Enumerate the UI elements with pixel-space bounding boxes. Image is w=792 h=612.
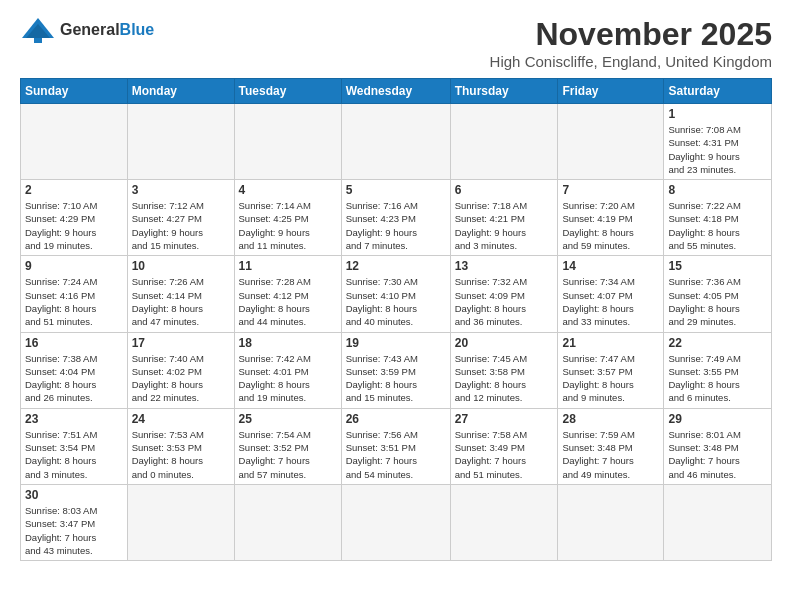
- calendar-week-3: 16Sunrise: 7:38 AM Sunset: 4:04 PM Dayli…: [21, 332, 772, 408]
- calendar-cell: [341, 104, 450, 180]
- day-info: Sunrise: 7:53 AM Sunset: 3:53 PM Dayligh…: [132, 428, 230, 481]
- calendar-cell: 3Sunrise: 7:12 AM Sunset: 4:27 PM Daylig…: [127, 180, 234, 256]
- page: GeneralBlue November 2025 High Conisclif…: [0, 0, 792, 571]
- day-number: 5: [346, 183, 446, 197]
- day-number: 28: [562, 412, 659, 426]
- svg-rect-2: [34, 38, 42, 43]
- calendar-cell: 26Sunrise: 7:56 AM Sunset: 3:51 PM Dayli…: [341, 408, 450, 484]
- calendar-cell: 8Sunrise: 7:22 AM Sunset: 4:18 PM Daylig…: [664, 180, 772, 256]
- day-info: Sunrise: 7:51 AM Sunset: 3:54 PM Dayligh…: [25, 428, 123, 481]
- day-info: Sunrise: 7:47 AM Sunset: 3:57 PM Dayligh…: [562, 352, 659, 405]
- weekday-header-saturday: Saturday: [664, 79, 772, 104]
- location: High Coniscliffe, England, United Kingdo…: [490, 53, 772, 70]
- day-info: Sunrise: 7:36 AM Sunset: 4:05 PM Dayligh…: [668, 275, 767, 328]
- calendar-cell: [127, 484, 234, 560]
- day-info: Sunrise: 7:45 AM Sunset: 3:58 PM Dayligh…: [455, 352, 554, 405]
- calendar-cell: 27Sunrise: 7:58 AM Sunset: 3:49 PM Dayli…: [450, 408, 558, 484]
- day-number: 12: [346, 259, 446, 273]
- day-info: Sunrise: 7:43 AM Sunset: 3:59 PM Dayligh…: [346, 352, 446, 405]
- calendar-cell: [234, 104, 341, 180]
- weekday-header-wednesday: Wednesday: [341, 79, 450, 104]
- day-number: 2: [25, 183, 123, 197]
- day-info: Sunrise: 7:10 AM Sunset: 4:29 PM Dayligh…: [25, 199, 123, 252]
- day-info: Sunrise: 7:42 AM Sunset: 4:01 PM Dayligh…: [239, 352, 337, 405]
- calendar-cell: 12Sunrise: 7:30 AM Sunset: 4:10 PM Dayli…: [341, 256, 450, 332]
- calendar-cell: 25Sunrise: 7:54 AM Sunset: 3:52 PM Dayli…: [234, 408, 341, 484]
- day-number: 16: [25, 336, 123, 350]
- calendar-cell: 11Sunrise: 7:28 AM Sunset: 4:12 PM Dayli…: [234, 256, 341, 332]
- calendar-cell: 18Sunrise: 7:42 AM Sunset: 4:01 PM Dayli…: [234, 332, 341, 408]
- logo: GeneralBlue: [20, 16, 154, 44]
- calendar-cell: 16Sunrise: 7:38 AM Sunset: 4:04 PM Dayli…: [21, 332, 128, 408]
- calendar-body: 1Sunrise: 7:08 AM Sunset: 4:31 PM Daylig…: [21, 104, 772, 561]
- calendar-cell: 19Sunrise: 7:43 AM Sunset: 3:59 PM Dayli…: [341, 332, 450, 408]
- calendar-cell: 15Sunrise: 7:36 AM Sunset: 4:05 PM Dayli…: [664, 256, 772, 332]
- day-info: Sunrise: 7:40 AM Sunset: 4:02 PM Dayligh…: [132, 352, 230, 405]
- day-number: 27: [455, 412, 554, 426]
- weekday-header-monday: Monday: [127, 79, 234, 104]
- day-info: Sunrise: 7:59 AM Sunset: 3:48 PM Dayligh…: [562, 428, 659, 481]
- day-number: 7: [562, 183, 659, 197]
- calendar-week-2: 9Sunrise: 7:24 AM Sunset: 4:16 PM Daylig…: [21, 256, 772, 332]
- calendar-cell: 20Sunrise: 7:45 AM Sunset: 3:58 PM Dayli…: [450, 332, 558, 408]
- calendar-cell: 7Sunrise: 7:20 AM Sunset: 4:19 PM Daylig…: [558, 180, 664, 256]
- day-info: Sunrise: 7:08 AM Sunset: 4:31 PM Dayligh…: [668, 123, 767, 176]
- calendar-week-0: 1Sunrise: 7:08 AM Sunset: 4:31 PM Daylig…: [21, 104, 772, 180]
- day-number: 21: [562, 336, 659, 350]
- calendar-cell: [450, 104, 558, 180]
- calendar-cell: 2Sunrise: 7:10 AM Sunset: 4:29 PM Daylig…: [21, 180, 128, 256]
- day-info: Sunrise: 7:14 AM Sunset: 4:25 PM Dayligh…: [239, 199, 337, 252]
- day-number: 14: [562, 259, 659, 273]
- day-number: 8: [668, 183, 767, 197]
- calendar-week-4: 23Sunrise: 7:51 AM Sunset: 3:54 PM Dayli…: [21, 408, 772, 484]
- day-info: Sunrise: 7:32 AM Sunset: 4:09 PM Dayligh…: [455, 275, 554, 328]
- calendar-header: SundayMondayTuesdayWednesdayThursdayFrid…: [21, 79, 772, 104]
- calendar-cell: 29Sunrise: 8:01 AM Sunset: 3:48 PM Dayli…: [664, 408, 772, 484]
- calendar-cell: [127, 104, 234, 180]
- day-number: 26: [346, 412, 446, 426]
- calendar-week-1: 2Sunrise: 7:10 AM Sunset: 4:29 PM Daylig…: [21, 180, 772, 256]
- logo-blue: Blue: [120, 21, 155, 38]
- day-info: Sunrise: 7:16 AM Sunset: 4:23 PM Dayligh…: [346, 199, 446, 252]
- day-number: 13: [455, 259, 554, 273]
- calendar-cell: 9Sunrise: 7:24 AM Sunset: 4:16 PM Daylig…: [21, 256, 128, 332]
- calendar-cell: 5Sunrise: 7:16 AM Sunset: 4:23 PM Daylig…: [341, 180, 450, 256]
- logo-general: General: [60, 21, 120, 38]
- calendar-cell: 21Sunrise: 7:47 AM Sunset: 3:57 PM Dayli…: [558, 332, 664, 408]
- day-info: Sunrise: 7:28 AM Sunset: 4:12 PM Dayligh…: [239, 275, 337, 328]
- day-info: Sunrise: 7:22 AM Sunset: 4:18 PM Dayligh…: [668, 199, 767, 252]
- day-number: 20: [455, 336, 554, 350]
- day-number: 22: [668, 336, 767, 350]
- calendar-cell: 1Sunrise: 7:08 AM Sunset: 4:31 PM Daylig…: [664, 104, 772, 180]
- header: GeneralBlue November 2025 High Conisclif…: [20, 16, 772, 70]
- calendar-cell: 28Sunrise: 7:59 AM Sunset: 3:48 PM Dayli…: [558, 408, 664, 484]
- calendar: SundayMondayTuesdayWednesdayThursdayFrid…: [20, 78, 772, 561]
- calendar-cell: 23Sunrise: 7:51 AM Sunset: 3:54 PM Dayli…: [21, 408, 128, 484]
- calendar-cell: 24Sunrise: 7:53 AM Sunset: 3:53 PM Dayli…: [127, 408, 234, 484]
- day-number: 3: [132, 183, 230, 197]
- calendar-cell: 17Sunrise: 7:40 AM Sunset: 4:02 PM Dayli…: [127, 332, 234, 408]
- day-number: 11: [239, 259, 337, 273]
- day-info: Sunrise: 7:49 AM Sunset: 3:55 PM Dayligh…: [668, 352, 767, 405]
- weekday-header-thursday: Thursday: [450, 79, 558, 104]
- day-number: 9: [25, 259, 123, 273]
- day-number: 6: [455, 183, 554, 197]
- calendar-cell: [558, 484, 664, 560]
- weekday-row: SundayMondayTuesdayWednesdayThursdayFrid…: [21, 79, 772, 104]
- logo-icon: [20, 16, 56, 44]
- month-title: November 2025: [490, 16, 772, 53]
- day-number: 19: [346, 336, 446, 350]
- calendar-cell: [450, 484, 558, 560]
- day-info: Sunrise: 7:20 AM Sunset: 4:19 PM Dayligh…: [562, 199, 659, 252]
- day-info: Sunrise: 7:18 AM Sunset: 4:21 PM Dayligh…: [455, 199, 554, 252]
- weekday-header-sunday: Sunday: [21, 79, 128, 104]
- day-info: Sunrise: 7:26 AM Sunset: 4:14 PM Dayligh…: [132, 275, 230, 328]
- calendar-cell: 30Sunrise: 8:03 AM Sunset: 3:47 PM Dayli…: [21, 484, 128, 560]
- day-number: 29: [668, 412, 767, 426]
- day-number: 4: [239, 183, 337, 197]
- weekday-header-friday: Friday: [558, 79, 664, 104]
- calendar-cell: 6Sunrise: 7:18 AM Sunset: 4:21 PM Daylig…: [450, 180, 558, 256]
- day-number: 17: [132, 336, 230, 350]
- calendar-week-5: 30Sunrise: 8:03 AM Sunset: 3:47 PM Dayli…: [21, 484, 772, 560]
- calendar-cell: 14Sunrise: 7:34 AM Sunset: 4:07 PM Dayli…: [558, 256, 664, 332]
